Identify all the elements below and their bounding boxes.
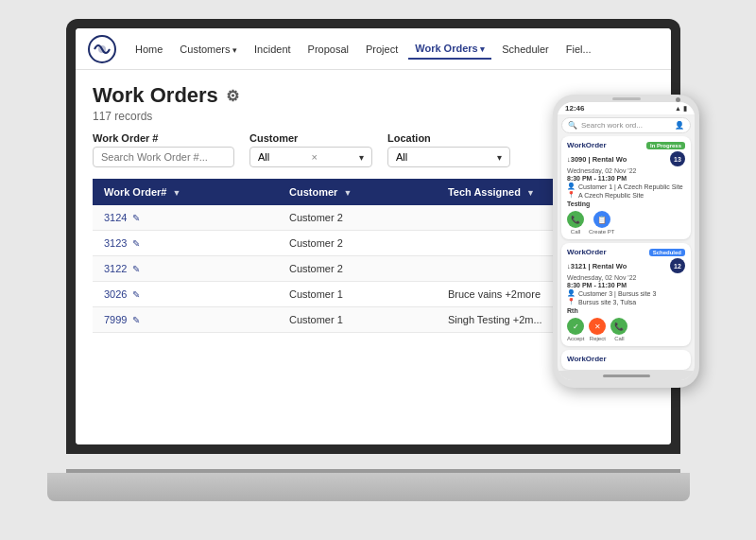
- edit-icon[interactable]: ✎: [132, 213, 140, 223]
- card2-customer-row: 👤 Customer 3 | Bursus site 3: [567, 289, 685, 297]
- card1-location-row: 📍 A Czech Republic Site: [567, 191, 685, 199]
- customer-sort-icon: ▼: [343, 188, 352, 198]
- location-icon: 📍: [567, 191, 576, 199]
- location-dropdown-icon[interactable]: ▾: [497, 152, 502, 163]
- nav-customers[interactable]: Customers: [173, 40, 244, 59]
- call-button-1[interactable]: 📞 Call: [567, 211, 584, 235]
- person-icon: 👤: [567, 183, 576, 190]
- card2-wo-num: ↓3121 | Rental Wo: [567, 262, 627, 270]
- location-filter-value: All: [396, 151, 407, 163]
- card1-header: WorkOrder In Progress: [567, 141, 685, 149]
- card2-time: 8:30 PM - 11:30 PM: [567, 282, 685, 288]
- page-title: Work Orders: [93, 83, 218, 108]
- phone-home-bar: [603, 375, 650, 377]
- wo-id: 3026 ✎: [93, 282, 278, 307]
- scene: Home Customers Incident Proposal Project…: [0, 0, 756, 540]
- phone-card-list: WorkOrder In Progress ↓3090 | Rental Wo …: [558, 136, 695, 371]
- card2-header: WorkOrder Scheduled: [567, 248, 685, 256]
- search-placeholder: Search work ord...: [581, 121, 643, 130]
- accept-circle: ✓: [567, 318, 584, 335]
- card2-actions: ✓ Accept ✕ Reject 📞 Call: [567, 318, 685, 341]
- card1-actions: 📞 Call 📋 Create PT: [567, 211, 685, 235]
- phone-status-bar: 12:46 ▲ ▮: [558, 102, 695, 114]
- wo-sort-icon: ▼: [173, 188, 181, 198]
- wifi-icon: ▲: [675, 105, 681, 113]
- nav-work-orders[interactable]: Work Orders: [408, 39, 491, 60]
- call-circle-2: 📞: [610, 318, 627, 335]
- card1-avatar: 13: [670, 151, 685, 166]
- phone: 12:46 ▲ ▮ 🔍 Search work ord... 👤 WorkOrd…: [553, 95, 699, 388]
- nav-bar: Home Customers Incident Proposal Project…: [76, 28, 671, 70]
- call-button-2[interactable]: 📞 Call: [610, 318, 627, 341]
- card3-type: WorkOrder: [567, 355, 607, 363]
- customer-cell: Customer 2: [278, 205, 437, 231]
- customer-filter-select[interactable]: All × ▾: [249, 147, 372, 167]
- edit-icon[interactable]: ✎: [132, 315, 140, 325]
- wo-id: 3124 ✎: [93, 205, 278, 231]
- accept-label: Accept: [567, 336, 584, 341]
- card2-location-row: 📍 Bursus site 3, Tulsa: [567, 298, 685, 305]
- work-order-filter: Work Order #: [93, 132, 234, 167]
- create-pt-button[interactable]: 📋 Create PT: [589, 211, 614, 235]
- user-icon: 👤: [675, 121, 684, 130]
- gear-icon[interactable]: ⚙: [226, 87, 239, 105]
- card1-type: WorkOrder: [567, 141, 607, 149]
- tech-sort-icon: ▼: [526, 188, 535, 198]
- card1-location: A Czech Republic Site: [578, 192, 644, 199]
- card2-avatar: 12: [670, 258, 685, 273]
- call-label: Call: [571, 229, 580, 235]
- nav-field[interactable]: Fiel...: [559, 40, 598, 59]
- phone-time: 12:46: [565, 104, 584, 113]
- col-header-wo[interactable]: Work Order# ▼: [93, 179, 278, 205]
- edit-icon[interactable]: ✎: [132, 238, 140, 249]
- search-icon: 🔍: [568, 121, 577, 130]
- phone-search-bar[interactable]: 🔍 Search work ord... 👤: [561, 117, 691, 133]
- edit-icon[interactable]: ✎: [132, 264, 140, 274]
- laptop-base: [47, 473, 690, 501]
- reject-button[interactable]: ✕ Reject: [589, 318, 606, 341]
- card1-customer-row: 👤 Customer 1 | A Czech Republic Site: [567, 183, 685, 190]
- location-filter: Location All ▾: [387, 132, 510, 167]
- customer-cell: Customer 2: [278, 231, 437, 256]
- col-header-customer[interactable]: Customer ▼: [278, 179, 437, 205]
- reject-label: Reject: [590, 336, 606, 341]
- card2-customer: Customer 3 | Bursus site 3: [578, 290, 656, 297]
- call-circle: 📞: [567, 211, 584, 228]
- nav-project[interactable]: Project: [359, 40, 404, 59]
- phone-home-indicator: [558, 371, 695, 380]
- card1-time: 8:30 PM - 11:30 PM: [567, 175, 685, 182]
- nav-scheduler[interactable]: Scheduler: [495, 40, 556, 59]
- card1-badge: In Progress: [646, 142, 685, 149]
- edit-icon[interactable]: ✎: [132, 289, 140, 300]
- battery-icon: ▮: [683, 105, 687, 113]
- card1-wo-num: ↓3090 | Rental Wo: [567, 155, 627, 164]
- work-order-filter-label: Work Order #: [93, 132, 234, 144]
- create-pt-circle: 📋: [593, 211, 610, 228]
- card1-label: Testing: [567, 200, 685, 207]
- nav-incident[interactable]: Incident: [248, 40, 298, 59]
- customer-filter-label: Customer: [249, 132, 372, 144]
- customer-clear-icon[interactable]: ×: [311, 151, 317, 163]
- work-order-search-input[interactable]: [93, 147, 234, 167]
- customer-cell: Customer 1: [278, 307, 437, 333]
- card2-label: Rth: [567, 307, 685, 314]
- card2-type: WorkOrder: [567, 248, 607, 256]
- location-icon-2: 📍: [567, 298, 576, 305]
- work-order-card-3: WorkOrder: [561, 350, 691, 370]
- person-icon-2: 👤: [567, 289, 576, 297]
- customer-dropdown-icon[interactable]: ▾: [359, 152, 364, 163]
- call-label-2: Call: [614, 336, 624, 341]
- nav-home[interactable]: Home: [129, 40, 169, 59]
- location-filter-label: Location: [387, 132, 510, 144]
- svg-point-1: [98, 45, 106, 53]
- work-order-card-1: WorkOrder In Progress ↓3090 | Rental Wo …: [561, 136, 691, 239]
- phone-speaker: [612, 97, 641, 100]
- card1-date: Wednesday, 02 Nov '22: [567, 167, 685, 174]
- location-filter-select[interactable]: All ▾: [387, 147, 510, 167]
- app-logo: [87, 34, 117, 64]
- nav-proposal[interactable]: Proposal: [301, 40, 355, 59]
- accept-button[interactable]: ✓ Accept: [567, 318, 584, 341]
- customer-cell: Customer 1: [278, 282, 437, 307]
- create-pt-label: Create PT: [589, 229, 614, 235]
- card2-date: Wednesday, 02 Nov '22: [567, 274, 685, 281]
